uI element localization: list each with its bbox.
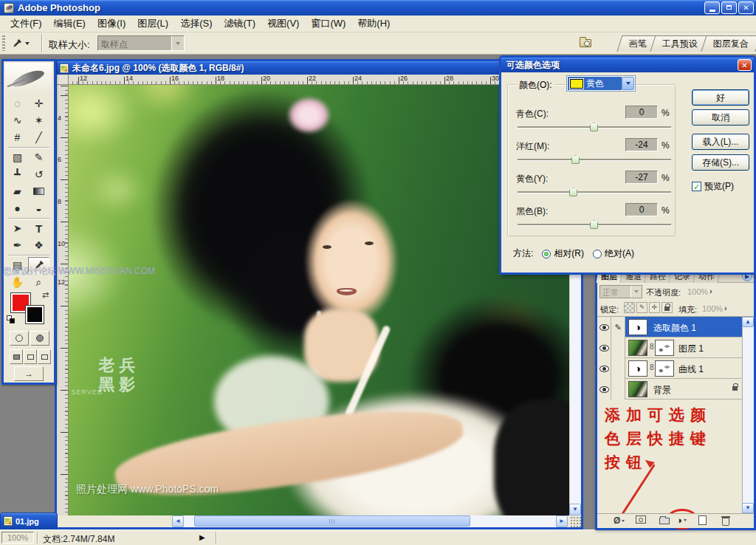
adjustment-thumbnail[interactable]: ◑ [628, 319, 647, 335]
blend-mode-combo[interactable]: 正常 [599, 285, 642, 298]
mask-thumbnail[interactable] [655, 360, 674, 377]
black-slider-thumb[interactable] [590, 220, 598, 229]
visibility-toggle[interactable] [597, 358, 611, 379]
tool-type[interactable]: T [28, 220, 49, 236]
fill-value[interactable]: 100% [702, 304, 723, 313]
tool-slice[interactable]: ╱ [28, 129, 49, 145]
swap-colors-icon[interactable]: ⇄ [42, 290, 49, 300]
visibility-toggle[interactable] [597, 379, 611, 400]
horizontal-scrollbar-thumb[interactable] [194, 515, 470, 527]
tool-crop[interactable]: # [7, 129, 28, 145]
delete-layer-button[interactable] [722, 515, 729, 526]
layer-thumbnail[interactable] [628, 340, 647, 356]
restore-button[interactable] [721, 1, 737, 14]
adjustment-thumbnail[interactable]: ◑ [628, 360, 647, 377]
tool-healing-brush[interactable]: ▧ [7, 149, 28, 165]
menu-filter[interactable]: 滤镜(T) [218, 16, 261, 32]
tool-history-brush[interactable]: ↺ [28, 166, 49, 182]
app-titlebar[interactable]: Adobe Photoshop ✕ [0, 0, 756, 16]
tool-path-selection[interactable]: ➤ [7, 220, 28, 236]
magenta-slider-thumb[interactable] [571, 155, 580, 164]
dialog-titlebar[interactable]: 可选颜色选项 ✕ [501, 58, 754, 72]
status-menu-arrow[interactable]: ▶ [199, 533, 205, 541]
cancel-button[interactable]: 取消 [692, 109, 749, 126]
tool-gradient[interactable] [28, 183, 49, 199]
new-adjustment-layer-button[interactable]: ◑ [676, 515, 687, 526]
screen-mode-menubar-button[interactable] [24, 349, 37, 364]
scroll-right-button[interactable]: ► [556, 515, 568, 527]
standard-mode-button[interactable] [10, 331, 29, 346]
cyan-slider-thumb[interactable] [590, 123, 598, 131]
mask-thumbnail[interactable] [655, 340, 674, 356]
menu-view[interactable]: 视图(V) [261, 16, 305, 32]
scroll-down-button[interactable]: ▼ [569, 504, 581, 515]
canvas[interactable]: 老兵黑影 SERVED 照片处理网 www.PhotoPS.com [69, 85, 569, 515]
lock-all-icon[interactable] [662, 302, 673, 313]
tool-blur[interactable]: ● [7, 200, 28, 216]
tool-elliptical-marquee[interactable]: ◌ [7, 95, 28, 112]
opacity-spinner[interactable]: › [709, 287, 712, 295]
quick-mask-button[interactable] [30, 331, 49, 346]
layer-name[interactable]: 选取颜色 1 [653, 322, 696, 335]
close-button[interactable]: ✕ [738, 1, 754, 14]
layer-style-button[interactable]: Ø [614, 515, 625, 526]
fill-spinner[interactable]: › [724, 304, 727, 312]
layers-scroll-up-button[interactable]: ▲ [742, 317, 754, 327]
magenta-value[interactable]: -24 [625, 138, 658, 151]
options-grip[interactable] [2, 35, 5, 51]
file-browser-button[interactable] [576, 35, 595, 52]
sample-size-combo[interactable]: 取样点 [97, 35, 185, 51]
opacity-value[interactable]: 100% [687, 287, 708, 296]
visibility-toggle[interactable] [597, 317, 611, 337]
layer-row-layer1[interactable]: 8 图层 1 [597, 337, 742, 358]
minimized-document[interactable]: 01.jpg [0, 513, 58, 529]
eyedropper-tool-button[interactable] [12, 35, 37, 52]
new-group-button[interactable] [659, 515, 670, 524]
magenta-slider[interactable] [518, 155, 671, 164]
jump-to-imageready-button[interactable]: → [14, 366, 44, 381]
color-combo[interactable]: 黄色 [566, 75, 636, 92]
layer-thumbnail[interactable] [628, 381, 647, 397]
screen-mode-fullscreen-button[interactable] [38, 349, 51, 364]
black-value[interactable]: 0 [625, 203, 658, 216]
layer-row-background[interactable]: 背景 [597, 379, 742, 400]
layer-name[interactable]: 背景 [653, 384, 671, 397]
absolute-radio[interactable] [593, 250, 602, 258]
lock-paint-icon[interactable]: ✎ [636, 302, 647, 313]
tool-move[interactable]: ✛ [28, 95, 49, 112]
tool-dodge[interactable]: ◒ [28, 200, 49, 216]
layers-scrollbar[interactable] [742, 317, 754, 516]
new-layer-button[interactable] [698, 515, 707, 525]
tool-lasso[interactable]: ∿ [7, 112, 28, 128]
zoom-level-field[interactable]: 100% [1, 532, 34, 544]
black-slider[interactable] [518, 220, 671, 229]
menu-window[interactable]: 窗口(W) [305, 16, 351, 32]
tool-clone-stamp[interactable]: ┻ [7, 166, 28, 182]
tab-layer-comps[interactable]: 图层复合 [701, 35, 756, 52]
cyan-value[interactable]: 0 [625, 106, 658, 119]
layers-scroll-down-button[interactable]: ▼ [742, 503, 754, 513]
menu-file[interactable]: 文件(F) [4, 16, 48, 32]
menu-select[interactable]: 选择(S) [174, 16, 218, 32]
load-button[interactable]: 载入(L)... [692, 134, 749, 150]
tool-brush[interactable]: ✎ [28, 149, 49, 165]
add-mask-button[interactable] [636, 515, 646, 524]
ruler-origin-box[interactable] [57, 75, 69, 85]
layer-row-selective-color[interactable]: ✎ ◑ 选取颜色 1 [597, 317, 742, 337]
relative-radio[interactable] [542, 250, 551, 258]
ok-button[interactable]: 好 [692, 89, 749, 106]
screen-mode-standard-button[interactable] [10, 349, 23, 364]
window-resize-grip[interactable] [569, 515, 581, 527]
menu-image[interactable]: 图像(I) [92, 16, 131, 32]
preview-checkbox[interactable]: ✓ [692, 182, 701, 191]
yellow-value[interactable]: -27 [625, 171, 658, 184]
minimize-button[interactable] [704, 1, 720, 14]
layer-name[interactable]: 图层 1 [678, 343, 704, 355]
scroll-left-button[interactable]: ◄ [172, 515, 184, 527]
yellow-slider[interactable] [518, 188, 671, 196]
menu-layer[interactable]: 图层(L) [131, 16, 174, 32]
tool-custom-shape[interactable]: ❖ [28, 237, 49, 253]
color-combo-caret[interactable] [622, 77, 634, 90]
lock-position-icon[interactable]: ✛ [649, 302, 660, 313]
visibility-toggle[interactable] [597, 337, 611, 358]
